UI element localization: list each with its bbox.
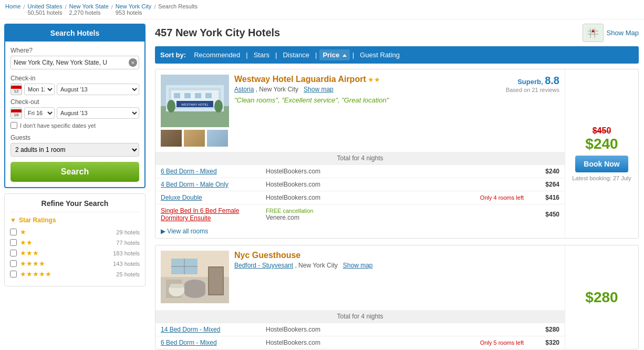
hotel-1-area[interactable]: Astoria bbox=[234, 86, 254, 93]
star-row-1: ★ 29 hotels bbox=[10, 228, 140, 236]
star-4-checkbox[interactable] bbox=[10, 260, 17, 267]
hotel-1-showmap[interactable]: Show map bbox=[304, 86, 334, 93]
star-2-checkbox[interactable] bbox=[10, 239, 17, 246]
guests-select[interactable]: 2 adults in 1 room bbox=[11, 143, 139, 157]
hotel-2-room-1-provider: HostelBookers.com bbox=[266, 326, 528, 333]
page-title: 457 New York City Hotels bbox=[155, 27, 280, 39]
no-dates-label: I don't have specific dates yet bbox=[20, 122, 96, 129]
svg-point-18 bbox=[214, 100, 223, 112]
hotel-2-room-2-price: $320 bbox=[528, 339, 559, 346]
checkin-label: Check-in bbox=[11, 75, 139, 82]
hotel-1-thumb-2[interactable] bbox=[184, 130, 205, 147]
checkout-month-select[interactable]: August '13 bbox=[57, 107, 139, 119]
hotel-1-thumbs bbox=[161, 130, 229, 147]
show-map-link[interactable]: Show Map bbox=[583, 24, 639, 42]
hotel-1-view-all-link[interactable]: ▶ View all rooms bbox=[161, 228, 208, 235]
hotel-1-room-3-name[interactable]: Deluxe Double bbox=[161, 194, 266, 201]
hotel-1-current-price: $240 bbox=[585, 136, 618, 152]
hotel-1-price-block: $450 $240 Book Now Latest booking: 27 Ju… bbox=[565, 69, 638, 238]
sort-guest-rating[interactable]: Guest Rating bbox=[357, 49, 403, 60]
hotel-2-room-1-price: $280 bbox=[528, 326, 559, 333]
hotel-1-room-1-name[interactable]: 6 Bed Dorm - Mixed bbox=[161, 168, 266, 175]
checkin-calendar-icon[interactable]: 12 bbox=[11, 84, 22, 95]
hotel-1-score-label: Superb, bbox=[517, 78, 543, 86]
hotel-1-score-reviews: Based on 21 reviews bbox=[506, 87, 559, 93]
breadcrumb-us[interactable]: United States bbox=[27, 3, 62, 9]
star-row-5: ★★★★★ 25 hotels bbox=[10, 270, 140, 278]
right-content: 457 New York City Hotels Show Map bbox=[150, 19, 644, 350]
star-5-stars: ★★★★★ bbox=[20, 270, 116, 278]
star-2-count: 77 hotels bbox=[116, 240, 140, 246]
hotel-2-area[interactable]: Bedford - Stuyvesant bbox=[234, 262, 293, 269]
hotel-2-room-2: 6 Bed Dorm - Mixed HostelBookers.com Onl… bbox=[155, 336, 565, 349]
hotel-1-room-4: Single Bed In 6 Bed Female Dormitory Ens… bbox=[155, 204, 565, 224]
hotel-1-reviews: "Clean rooms", "Excellent service", "Gre… bbox=[234, 96, 501, 104]
where-input[interactable] bbox=[11, 56, 139, 69]
sort-stars[interactable]: Stars bbox=[251, 49, 273, 60]
checkin-month-select[interactable]: August '13 bbox=[57, 84, 139, 95]
hotel-2-name[interactable]: Nyc Guesthouse bbox=[234, 251, 300, 260]
sort-distance[interactable]: Distance bbox=[279, 49, 313, 60]
refine-box: Refine Your Search ▼ Star Ratings ★ 29 h… bbox=[4, 193, 146, 286]
star-5-count: 25 hotels bbox=[116, 271, 140, 277]
search-box: Search Hotels Where? × Check-in 12 Mon 1… bbox=[4, 24, 146, 188]
hotel-1-room-4-price: $450 bbox=[528, 211, 559, 218]
sort-arrow-icon bbox=[342, 54, 347, 57]
breadcrumb-home[interactable]: Home bbox=[5, 3, 20, 9]
hotel-1-room-3-note: Only 4 rooms left bbox=[480, 194, 524, 201]
hotel-1-room-2-provider: HostelBookers.com bbox=[266, 181, 528, 188]
checkout-day-select[interactable]: Fri 16 bbox=[24, 107, 55, 119]
map-icon bbox=[583, 24, 604, 42]
star-3-checkbox[interactable] bbox=[10, 250, 17, 256]
hotel-1-city: , New York City bbox=[256, 86, 302, 93]
hotel-1-location: Astoria , New York City Show map bbox=[234, 86, 501, 93]
hotel-1-room-2-price: $264 bbox=[528, 181, 559, 188]
hotel-2-room-1-name[interactable]: 14 Bed Dorm - Mixed bbox=[161, 326, 266, 333]
star-1-checkbox[interactable] bbox=[10, 229, 17, 235]
no-dates-checkbox[interactable] bbox=[11, 122, 17, 129]
star-row-4: ★★★★ 143 hotels bbox=[10, 260, 140, 267]
svg-rect-12 bbox=[184, 93, 191, 98]
star-4-stars: ★★★★ bbox=[20, 260, 113, 267]
guests-label: Guests bbox=[11, 134, 139, 141]
sort-label: Sort by: bbox=[160, 51, 186, 59]
hotel-2-room-2-provider: HostelBookers.com bbox=[266, 339, 480, 346]
hotel-1-room-4-name[interactable]: Single Bed In 6 Bed Female Dormitory Ens… bbox=[161, 207, 266, 222]
hotel-1-room-1: 6 Bed Dorm - Mixed HostelBookers.com $24… bbox=[155, 164, 565, 178]
star-5-checkbox[interactable] bbox=[10, 271, 17, 277]
clear-where-button[interactable]: × bbox=[129, 58, 137, 67]
search-button[interactable]: Search bbox=[11, 162, 139, 182]
chevron-down-icon: ▼ bbox=[10, 217, 16, 224]
svg-rect-23 bbox=[184, 280, 205, 298]
breadcrumb-state-count: 2,270 hotels bbox=[69, 9, 109, 16]
refine-title: Refine Your Search bbox=[10, 199, 140, 212]
hotel-1-room-3: Deluxe Double HostelBookers.com Only 4 r… bbox=[155, 191, 565, 204]
sort-recommended[interactable]: Recommended bbox=[191, 49, 243, 60]
hotel-1-rooms: Total for 4 nights 6 Bed Dorm - Mixed Ho… bbox=[155, 152, 565, 238]
hotel-2-room-1: 14 Bed Dorm - Mixed HostelBookers.com $2… bbox=[155, 323, 565, 336]
hotel-2-city: , New York City bbox=[295, 262, 341, 269]
breadcrumb-us-count: 50,501 hotels bbox=[27, 9, 62, 16]
hotel-1-room-2-name[interactable]: 4 Bed Dorm - Male Only bbox=[161, 181, 266, 188]
hotel-2-room-2-name[interactable]: 6 Bed Dorm - Mixed bbox=[161, 339, 266, 346]
hotel-2-price-block: $280 bbox=[565, 245, 638, 349]
svg-rect-0 bbox=[585, 26, 601, 40]
hotel-1-latest-booking: Latest booking: 27 July bbox=[572, 175, 631, 181]
hotel-1-stars: ★★ bbox=[368, 76, 380, 84]
checkout-calendar-icon[interactable]: 16 bbox=[11, 107, 22, 119]
breadcrumb-city[interactable]: New York City bbox=[116, 3, 151, 9]
hotel-1-name[interactable]: Westway Hotel Laguardia Airport bbox=[234, 75, 366, 84]
sort-price[interactable]: Price bbox=[319, 49, 349, 60]
hotel-1-thumb-3[interactable] bbox=[207, 130, 228, 147]
hotel-1-thumb-1[interactable] bbox=[161, 130, 182, 147]
star-3-stars: ★★★ bbox=[20, 249, 113, 257]
hotel-1-room-2: 4 Bed Dorm - Male Only HostelBookers.com… bbox=[155, 178, 565, 191]
hotel-2-main-image bbox=[161, 251, 229, 305]
breadcrumb-state[interactable]: New York State bbox=[69, 3, 109, 9]
star-ratings-header[interactable]: ▼ Star Ratings bbox=[10, 217, 140, 224]
checkin-day-select[interactable]: Mon 12 bbox=[24, 84, 55, 95]
where-label: Where? bbox=[11, 47, 139, 54]
hotel-1-book-button[interactable]: Book Now bbox=[575, 156, 628, 172]
hotel-2-showmap[interactable]: Show map bbox=[343, 262, 373, 269]
svg-rect-14 bbox=[205, 93, 212, 98]
